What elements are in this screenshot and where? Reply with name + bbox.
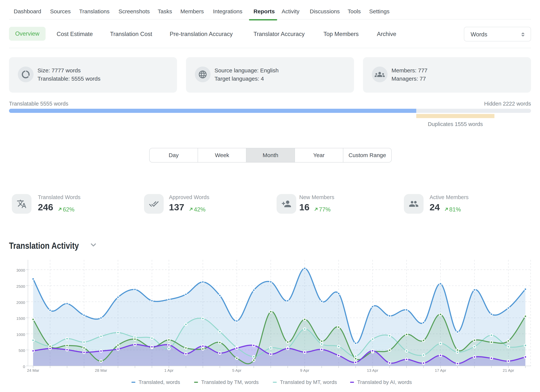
svg-text:Translated by MT, words: Translated by MT, words bbox=[280, 379, 337, 385]
svg-text:2000: 2000 bbox=[16, 300, 25, 305]
svg-text:3000: 3000 bbox=[16, 268, 25, 272]
svg-text:500: 500 bbox=[19, 348, 25, 353]
svg-text:1 Apr: 1 Apr bbox=[164, 368, 173, 372]
svg-text:24 Mar: 24 Mar bbox=[27, 368, 39, 372]
svg-text:Translated by AI, words: Translated by AI, words bbox=[357, 379, 412, 385]
svg-text:1500: 1500 bbox=[16, 316, 25, 321]
svg-text:1000: 1000 bbox=[16, 332, 25, 337]
svg-text:13 Apr: 13 Apr bbox=[367, 368, 378, 372]
svg-text:Translated, words: Translated, words bbox=[139, 379, 180, 385]
svg-text:2500: 2500 bbox=[16, 284, 25, 288]
svg-text:Translated by TM, words: Translated by TM, words bbox=[201, 379, 259, 385]
svg-text:5 Apr: 5 Apr bbox=[232, 368, 241, 372]
svg-text:9 Apr: 9 Apr bbox=[300, 368, 309, 372]
svg-text:28 Mar: 28 Mar bbox=[95, 368, 107, 372]
svg-text:21 Apr: 21 Apr bbox=[503, 368, 514, 372]
svg-text:17 Apr: 17 Apr bbox=[435, 368, 446, 372]
svg-text:0: 0 bbox=[23, 364, 25, 369]
